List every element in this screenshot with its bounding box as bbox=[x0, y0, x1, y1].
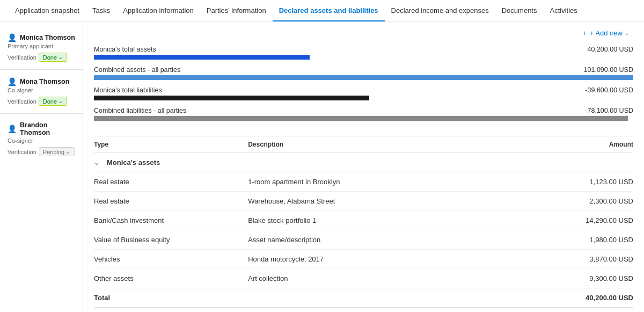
chart-row-combined-assets: Combined assets - all parties 101,090.00… bbox=[94, 66, 633, 80]
person-role-brandon: Co-signer bbox=[8, 137, 75, 144]
row-type: Real estate bbox=[94, 178, 248, 186]
verification-label-monica: Verification bbox=[8, 54, 36, 61]
row-description: Art collection bbox=[248, 274, 479, 282]
sidebar-person-mona[interactable]: 👤 Mona Thomson Co-signer Verification Do… bbox=[0, 72, 83, 111]
table-section: Type Description Amount ⌄ Monica's asset… bbox=[83, 136, 644, 312]
verification-row-brandon: Verification Pending ⌄ bbox=[8, 147, 75, 156]
row-amount: 9,300.00 USD bbox=[479, 274, 633, 282]
col-description-header: Description bbox=[248, 141, 479, 148]
monica-total-liabilities-label: Monica's total liabilities bbox=[94, 86, 162, 94]
assets-total-row: Total 40,200.00 USD bbox=[94, 288, 633, 308]
monica-liabilities-bar-container bbox=[94, 96, 633, 100]
table-row: Real estate 1-room apartment in Brooklyn… bbox=[94, 172, 633, 192]
verification-row-monica: Verification Done ⌄ bbox=[8, 53, 75, 62]
top-navigation: Application snapshot Tasks Application i… bbox=[0, 0, 644, 21]
row-type: Other assets bbox=[94, 274, 248, 282]
combined-liabilities-label: Combined liabilities - all parties bbox=[94, 107, 186, 114]
row-description: Blake stock portfolio 1 bbox=[248, 216, 479, 224]
sidebar-divider-1 bbox=[0, 69, 83, 70]
row-amount: 1,980.00 USD bbox=[479, 236, 633, 244]
chevron-down-icon-assets: ⌄ bbox=[94, 159, 107, 166]
monica-assets-bar bbox=[94, 55, 310, 60]
chart-section: Monica's total assets 40,200.00 USD Comb… bbox=[83, 43, 644, 136]
chart-row-monica-assets: Monica's total assets 40,200.00 USD bbox=[94, 46, 633, 60]
col-amount-header: Amount bbox=[479, 141, 633, 148]
liabilities-section: › Monica's liabiliteis Total -39,600.00 … bbox=[94, 308, 633, 312]
row-description: 1-room apartment in Brooklyn bbox=[248, 178, 479, 186]
combined-liabilities-value: -78,100.00 USD bbox=[585, 107, 633, 114]
combined-assets-bar-container bbox=[94, 75, 633, 80]
combined-assets-value: 101,090.00 USD bbox=[584, 66, 633, 74]
chevron-down-icon: ⌄ bbox=[625, 30, 629, 36]
nav-declared-assets[interactable]: Declared assets and liabilities bbox=[273, 0, 385, 21]
verification-badge-monica[interactable]: Done ⌄ bbox=[39, 53, 67, 62]
monica-total-assets-label: Monica's total assets bbox=[94, 46, 156, 53]
combined-assets-bar bbox=[94, 75, 633, 80]
sidebar-divider-2 bbox=[0, 113, 83, 114]
row-description: Asset name/description bbox=[248, 236, 479, 244]
assets-section-title: Monica's assets bbox=[107, 158, 633, 166]
row-type: Vehicles bbox=[94, 255, 248, 263]
nav-documents[interactable]: Documents bbox=[495, 0, 544, 21]
sidebar: 👤 Monica Thomson Primary applicant Verif… bbox=[0, 21, 83, 312]
row-amount: 2,300.00 USD bbox=[479, 197, 633, 205]
row-description: Honda motorcycle, 2017 bbox=[248, 255, 479, 263]
person-icon-mona: 👤 bbox=[8, 77, 17, 86]
row-type: Value of Business equity bbox=[94, 236, 248, 244]
assets-section-header[interactable]: ⌄ Monica's assets bbox=[94, 153, 633, 172]
combined-liabilities-bar bbox=[94, 116, 628, 121]
monica-assets-bar-container bbox=[94, 55, 633, 60]
nav-tasks[interactable]: Tasks bbox=[86, 0, 116, 21]
plus-icon: + bbox=[582, 29, 587, 37]
verification-label-mona: Verification bbox=[8, 98, 36, 105]
table-row: Real estate Warehouse, Alabama Street 2,… bbox=[94, 192, 633, 211]
nav-application-information[interactable]: Application information bbox=[116, 0, 200, 21]
nav-declared-income[interactable]: Declared income and expenses bbox=[385, 0, 495, 21]
row-amount: 1,123.00 USD bbox=[479, 178, 633, 186]
row-type: Real estate bbox=[94, 197, 248, 205]
verification-row-mona: Verification Done ⌄ bbox=[8, 97, 75, 106]
verification-badge-mona[interactable]: Done ⌄ bbox=[39, 97, 67, 106]
chart-row-combined-liabilities: Combined liabilities - all parties -78,1… bbox=[94, 107, 633, 121]
assets-section: ⌄ Monica's assets Real estate 1-room apa… bbox=[94, 153, 633, 308]
sidebar-person-brandon[interactable]: 👤 Brandon Thomson Co-signer Verification… bbox=[0, 116, 83, 162]
person-icon-monica: 👤 bbox=[8, 33, 17, 42]
table-row: Vehicles Honda motorcycle, 2017 3,870.00… bbox=[94, 250, 633, 269]
person-icon-brandon: 👤 bbox=[8, 125, 17, 133]
combined-assets-label: Combined assets - all parties bbox=[94, 66, 180, 74]
liabilities-section-header[interactable]: › Monica's liabiliteis bbox=[94, 308, 633, 312]
monica-total-liabilities-value: -39,600.00 USD bbox=[585, 86, 633, 94]
chart-row-monica-liabilities: Monica's total liabilities -39,600.00 US… bbox=[94, 86, 633, 100]
add-new-button[interactable]: + + Add new ⌄ bbox=[578, 27, 633, 39]
table-row: Bank/Cash investment Blake stock portfol… bbox=[94, 211, 633, 230]
row-type: Bank/Cash investment bbox=[94, 216, 248, 224]
content-area: + + Add new ⌄ Monica's total assets 40,2… bbox=[83, 21, 644, 312]
sidebar-person-monica[interactable]: 👤 Monica Thomson Primary applicant Verif… bbox=[0, 28, 83, 67]
person-name-monica: Monica Thomson bbox=[20, 34, 75, 41]
person-role-monica: Primary applicant bbox=[8, 43, 75, 49]
assets-total-label: Total bbox=[94, 294, 248, 302]
table-header: Type Description Amount bbox=[94, 136, 633, 153]
combined-liabilities-bar-container bbox=[94, 116, 633, 121]
row-amount: 14,290.00 USD bbox=[479, 216, 633, 224]
verification-badge-brandon[interactable]: Pending ⌄ bbox=[39, 147, 75, 156]
verification-label-brandon: Verification bbox=[8, 149, 36, 155]
table-row: Value of Business equity Asset name/desc… bbox=[94, 230, 633, 250]
assets-total-amount: 40,200.00 USD bbox=[479, 294, 633, 302]
nav-application-snapshot[interactable]: Application snapshot bbox=[9, 0, 86, 21]
table-row: Other assets Art collection 9,300.00 USD bbox=[94, 269, 633, 288]
monica-liabilities-bar bbox=[94, 96, 369, 100]
person-name-mona: Mona Thomson bbox=[20, 78, 69, 85]
row-description: Warehouse, Alabama Street bbox=[248, 197, 479, 205]
nav-parties-information[interactable]: Parties' information bbox=[200, 0, 273, 21]
person-role-mona: Co-signer bbox=[8, 87, 75, 93]
nav-activities[interactable]: Activities bbox=[543, 0, 583, 21]
person-name-brandon: Brandon Thomson bbox=[20, 121, 75, 136]
row-amount: 3,870.00 USD bbox=[479, 255, 633, 263]
action-bar: + + Add new ⌄ bbox=[83, 21, 644, 43]
monica-total-assets-value: 40,200.00 USD bbox=[588, 46, 633, 53]
col-type-header: Type bbox=[94, 141, 248, 148]
main-layout: 👤 Monica Thomson Primary applicant Verif… bbox=[0, 21, 644, 312]
